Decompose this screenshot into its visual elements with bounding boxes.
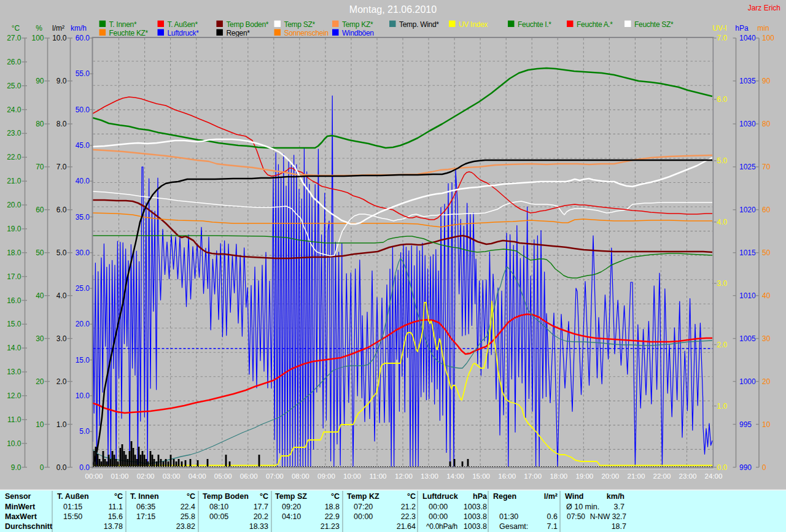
- svg-text:7.1: 7.1: [547, 522, 558, 531]
- svg-text:35.0: 35.0: [76, 213, 90, 222]
- svg-text:12.0: 12.0: [7, 391, 21, 400]
- svg-text:Sensor: Sensor: [5, 492, 31, 501]
- svg-text:07:50: 07:50: [567, 512, 585, 521]
- svg-text:1010: 1010: [739, 291, 756, 300]
- svg-text:8.0: 8.0: [56, 120, 67, 128]
- svg-text:1020: 1020: [739, 206, 756, 214]
- svg-text:20.0: 20.0: [76, 320, 90, 328]
- svg-text:MinWert: MinWert: [5, 503, 36, 511]
- svg-text:40: 40: [762, 291, 771, 300]
- svg-text:17.7: 17.7: [254, 503, 268, 511]
- svg-text:Windböen: Windböen: [342, 29, 374, 37]
- svg-text:1025: 1025: [739, 163, 756, 171]
- svg-text:3.0: 3.0: [717, 279, 728, 288]
- svg-text:14.0: 14.0: [7, 344, 21, 352]
- svg-text:UV-I: UV-I: [712, 24, 726, 33]
- svg-text:15.6: 15.6: [108, 512, 123, 521]
- svg-text:06:35: 06:35: [136, 503, 155, 511]
- svg-text:01:15: 01:15: [63, 503, 82, 511]
- svg-text:3.7: 3.7: [614, 503, 625, 511]
- svg-text:9.0: 9.0: [56, 77, 67, 85]
- svg-text:25.0: 25.0: [76, 284, 90, 293]
- svg-text:2.0: 2.0: [717, 341, 728, 349]
- svg-text:km/h: km/h: [71, 24, 87, 33]
- svg-text:Feuchte A.*: Feuchte A.*: [577, 20, 613, 29]
- svg-text:^0.0hPa/h: ^0.0hPa/h: [426, 522, 457, 531]
- svg-text:10.0: 10.0: [76, 391, 90, 400]
- svg-text:1.0: 1.0: [717, 402, 728, 411]
- svg-text:30: 30: [762, 334, 771, 343]
- svg-text:04:10: 04:10: [282, 512, 301, 521]
- svg-text:Temp KZ*: Temp KZ*: [342, 20, 373, 29]
- svg-text:17:15: 17:15: [136, 512, 155, 521]
- svg-text:90: 90: [762, 77, 771, 85]
- svg-text:00:00: 00:00: [354, 512, 373, 521]
- svg-text:2.0: 2.0: [56, 377, 67, 386]
- svg-text:20: 20: [36, 377, 44, 386]
- svg-text:60.0: 60.0: [76, 34, 90, 42]
- svg-text:25.0: 25.0: [7, 82, 21, 90]
- svg-text:05:00: 05:00: [214, 472, 232, 480]
- svg-text:l/m²: l/m²: [52, 24, 64, 33]
- svg-text:1040: 1040: [739, 34, 756, 42]
- svg-text:0: 0: [40, 463, 44, 472]
- svg-text:21.0: 21.0: [7, 177, 21, 185]
- svg-text:15:50: 15:50: [63, 512, 82, 521]
- svg-text:Ø 10 min.: Ø 10 min.: [566, 503, 599, 511]
- svg-text:l/m²: l/m²: [544, 492, 558, 501]
- svg-text:17:00: 17:00: [524, 472, 542, 480]
- svg-text:40.0: 40.0: [76, 177, 90, 185]
- svg-text:9.0: 9.0: [11, 463, 21, 472]
- svg-text:11.1: 11.1: [109, 503, 123, 511]
- svg-text:0.0: 0.0: [717, 463, 728, 472]
- svg-text:0.6: 0.6: [547, 512, 558, 521]
- svg-text:30: 30: [36, 334, 44, 343]
- svg-text:19.0: 19.0: [7, 225, 21, 233]
- svg-text:MaxWert: MaxWert: [5, 512, 37, 521]
- svg-text:07:00: 07:00: [266, 472, 284, 480]
- svg-text:1030: 1030: [739, 120, 756, 128]
- svg-text:T. Außen*: T. Außen*: [168, 20, 198, 29]
- svg-text:10.0: 10.0: [52, 34, 67, 42]
- svg-text:08:10: 08:10: [209, 503, 228, 511]
- svg-text:0.0: 0.0: [56, 463, 67, 472]
- svg-text:20.0: 20.0: [7, 201, 21, 209]
- svg-text:hPa: hPa: [473, 492, 488, 501]
- svg-text:16:00: 16:00: [498, 472, 516, 480]
- svg-text:3.0: 3.0: [56, 334, 67, 343]
- svg-text:7.0: 7.0: [717, 34, 728, 42]
- svg-text:80: 80: [762, 120, 771, 128]
- svg-text:09:00: 09:00: [317, 472, 335, 480]
- svg-text:13.0: 13.0: [7, 368, 21, 376]
- svg-text:24:00: 24:00: [705, 472, 723, 480]
- svg-text:4.0: 4.0: [717, 218, 728, 226]
- svg-text:18.33: 18.33: [249, 522, 268, 531]
- svg-text:15:00: 15:00: [472, 472, 490, 480]
- svg-text:Temp SZ*: Temp SZ*: [284, 20, 316, 29]
- svg-text:Durchschnitt: Durchschnitt: [5, 522, 53, 531]
- svg-text:50: 50: [36, 249, 44, 257]
- svg-text:1035: 1035: [739, 77, 756, 85]
- svg-text:00:00: 00:00: [429, 512, 448, 521]
- svg-text:1003.8: 1003.8: [464, 503, 487, 511]
- svg-text:25.8: 25.8: [181, 512, 195, 521]
- svg-text:20.2: 20.2: [254, 512, 268, 521]
- svg-text:km/h: km/h: [607, 492, 625, 501]
- svg-text:UV Index: UV Index: [459, 20, 488, 29]
- svg-text:60: 60: [762, 206, 771, 214]
- svg-text:Feuchte I.*: Feuchte I.*: [518, 20, 551, 29]
- svg-text:100: 100: [31, 34, 44, 42]
- svg-text:24.0: 24.0: [7, 106, 21, 114]
- svg-text:min: min: [757, 24, 769, 33]
- svg-text:Temp Boden: Temp Boden: [203, 492, 249, 501]
- svg-text:5.0: 5.0: [56, 249, 67, 257]
- svg-text:22.9: 22.9: [325, 512, 340, 521]
- svg-text:13:00: 13:00: [421, 472, 438, 480]
- svg-text:12:00: 12:00: [395, 472, 413, 480]
- svg-text:5.0: 5.0: [79, 427, 90, 436]
- svg-text:5.0: 5.0: [717, 156, 728, 165]
- svg-text:Feuchte SZ*: Feuchte SZ*: [634, 20, 674, 29]
- svg-text:50: 50: [762, 249, 771, 257]
- svg-text:Gesamt:: Gesamt:: [499, 522, 528, 531]
- svg-text:4.0: 4.0: [56, 291, 67, 300]
